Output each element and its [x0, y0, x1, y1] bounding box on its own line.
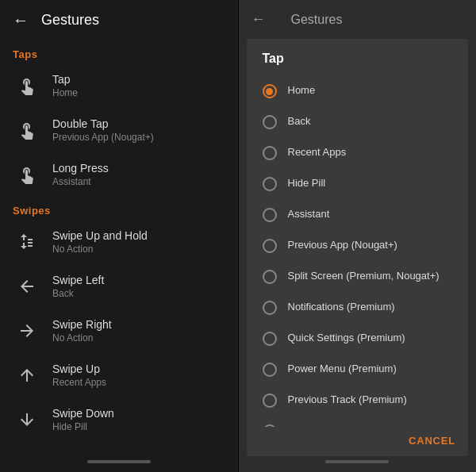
option-label-0: Home — [288, 83, 316, 98]
left-bottom-pill — [87, 460, 151, 463]
right-panel-title: Gestures — [291, 13, 343, 27]
option-label-8: Quick Settings (Premium) — [288, 331, 405, 345]
swipe-up-icon — [13, 361, 41, 389]
dialog-option-11[interactable]: Next Track (Premium) — [247, 416, 469, 427]
gesture-double-tap-text: Double Tap Previous App (Nougat+) — [52, 117, 154, 143]
option-label-9: Power Menu (Premium) — [288, 362, 397, 376]
gesture-swipe-up[interactable]: Swipe Up Recent Apps — [0, 353, 238, 397]
taps-section-label: Taps — [0, 40, 238, 63]
gesture-swipe-right-text: Swipe Right No Action — [52, 318, 112, 343]
double-tap-icon — [13, 116, 41, 144]
gesture-swipe-up-name: Swipe Up — [52, 363, 106, 375]
gesture-double-tap-action: Previous App (Nougat+) — [52, 132, 154, 143]
gesture-long-press-name: Long Press — [52, 162, 109, 175]
dialog-footer: CANCEL — [247, 427, 469, 456]
left-bottom-bar — [0, 456, 238, 472]
radio-outer-7 — [263, 301, 277, 315]
radio-outer-0 — [263, 84, 277, 98]
cancel-button[interactable]: CANCEL — [409, 435, 455, 447]
dialog-option-7[interactable]: Notifications (Premium) — [247, 292, 469, 323]
swipe-left-icon — [13, 272, 41, 301]
gesture-swipe-up-action: Recent Apps — [52, 377, 106, 388]
back-icon[interactable]: ← — [13, 11, 29, 29]
option-label-10: Previous Track (Premium) — [288, 393, 407, 407]
option-label-4: Assistant — [288, 207, 330, 221]
gesture-swipe-up-hold[interactable]: Swipe Up and Hold No Action — [0, 220, 238, 264]
gesture-swipe-right-name: Swipe Right — [52, 318, 112, 331]
gesture-long-press[interactable]: Long Press Assistant — [0, 152, 238, 197]
dialog-option-1[interactable]: Back — [247, 106, 469, 137]
left-header: ← Gestures — [0, 0, 238, 40]
option-label-3: Hide Pill — [288, 176, 326, 190]
gesture-long-press-action: Assistant — [52, 176, 109, 187]
right-panel: ← Gestures Tap HomeBackRecent AppsHide P… — [239, 0, 477, 472]
radio-outer-10 — [263, 393, 277, 408]
right-back-icon[interactable]: ← — [251, 11, 266, 28]
right-bottom-pill — [325, 460, 389, 463]
gesture-swipe-left-action: Back — [52, 288, 104, 299]
gesture-swipe-right-action: No Action — [52, 332, 112, 343]
gesture-tap[interactable]: Tap Home — [0, 63, 238, 108]
gesture-long-press-text: Long Press Assistant — [52, 162, 109, 187]
radio-inner-0 — [266, 88, 273, 95]
gesture-swipe-down[interactable]: Swipe Down Hide Pill — [0, 397, 238, 442]
gesture-swipe-left-name: Swipe Left — [52, 274, 104, 286]
tap-dialog: Tap HomeBackRecent AppsHide PillAssistan… — [247, 39, 469, 456]
dialog-option-3[interactable]: Hide Pill — [247, 168, 469, 199]
swipe-right-icon — [13, 317, 41, 345]
gesture-swipe-right[interactable]: Swipe Right No Action — [0, 309, 238, 353]
option-label-1: Back — [288, 114, 311, 129]
gesture-swipe-up-hold-name: Swipe Up and Hold — [52, 229, 148, 242]
radio-outer-1 — [263, 115, 277, 129]
dialog-option-10[interactable]: Previous Track (Premium) — [247, 385, 469, 416]
tap-icon — [13, 71, 41, 100]
swipe-down-icon — [13, 405, 41, 434]
dialog-option-4[interactable]: Assistant — [247, 199, 469, 230]
gesture-swipe-down-text: Swipe Down Hide Pill — [52, 407, 114, 432]
radio-outer-2 — [263, 146, 277, 160]
left-panel-title: Gestures — [41, 12, 99, 29]
gesture-swipe-up-hold-text: Swipe Up and Hold No Action — [52, 229, 148, 255]
gesture-swipe-left-text: Swipe Left Back — [52, 274, 104, 299]
dialog-option-5[interactable]: Previous App (Nougat+) — [247, 230, 469, 261]
gesture-double-tap-name: Double Tap — [52, 117, 154, 130]
option-label-7: Notifications (Premium) — [288, 300, 395, 314]
gesture-double-tap[interactable]: Double Tap Previous App (Nougat+) — [0, 108, 238, 152]
gesture-swipe-up-text: Swipe Up Recent Apps — [52, 363, 106, 388]
dialog-option-2[interactable]: Recent Apps — [247, 137, 469, 168]
swipes-section-label: Swipes — [0, 197, 238, 220]
gesture-tap-text: Tap Home — [52, 73, 78, 98]
dialog-option-8[interactable]: Quick Settings (Premium) — [247, 323, 469, 354]
dialog-option-9[interactable]: Power Menu (Premium) — [247, 354, 469, 385]
dialog-option-0[interactable]: Home — [247, 75, 469, 106]
option-label-2: Recent Apps — [288, 145, 347, 159]
option-label-6: Split Screen (Premium, Nougat+) — [288, 269, 440, 283]
dialog-title: Tap — [247, 39, 469, 72]
radio-outer-5 — [263, 239, 277, 253]
radio-outer-4 — [263, 208, 277, 222]
gesture-swipe-up-hold-action: No Action — [52, 244, 148, 255]
gesture-swipe-left[interactable]: Swipe Left Back — [0, 264, 238, 309]
gesture-tap-name: Tap — [52, 73, 78, 86]
radio-outer-3 — [263, 177, 277, 191]
gesture-swipe-down-action: Hide Pill — [52, 421, 114, 432]
swipe-up-hold-icon — [13, 228, 41, 256]
right-header: ← Gestures — [239, 0, 477, 39]
radio-outer-8 — [263, 332, 277, 346]
gesture-swipe-down-name: Swipe Down — [52, 407, 114, 420]
left-panel: ← Gestures Taps Tap Home Double Tap Prev… — [0, 0, 238, 472]
option-label-5: Previous App (Nougat+) — [288, 238, 397, 252]
gesture-tap-action: Home — [52, 87, 78, 98]
right-bottom-bar — [239, 456, 477, 472]
long-press-icon — [13, 160, 41, 189]
dialog-option-6[interactable]: Split Screen (Premium, Nougat+) — [247, 261, 469, 292]
radio-outer-6 — [263, 270, 277, 284]
dialog-options-list: HomeBackRecent AppsHide PillAssistantPre… — [247, 72, 469, 427]
radio-outer-9 — [263, 363, 277, 377]
